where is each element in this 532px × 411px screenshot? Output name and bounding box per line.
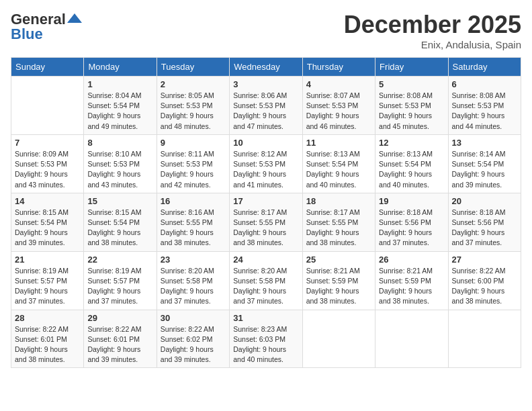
day-number: 22 — [87, 255, 152, 265]
logo-blue: Blue — [11, 26, 43, 43]
day-info: Sunrise: 8:14 AM Sunset: 5:54 PM Dayligh… — [452, 149, 517, 190]
day-info: Sunrise: 8:08 AM Sunset: 5:53 PM Dayligh… — [452, 91, 517, 132]
day-number: 6 — [452, 79, 517, 89]
month-title: December 2025 — [344, 11, 521, 39]
calendar-cell: 11Sunrise: 8:13 AM Sunset: 5:54 PM Dayli… — [302, 134, 375, 193]
day-info: Sunrise: 8:06 AM Sunset: 5:53 PM Dayligh… — [233, 91, 298, 132]
day-number: 29 — [87, 313, 152, 323]
weekday-header: Friday — [375, 58, 448, 77]
day-info: Sunrise: 8:19 AM Sunset: 5:57 PM Dayligh… — [87, 266, 152, 307]
calendar-week-row: 28Sunrise: 8:22 AM Sunset: 6:01 PM Dayli… — [11, 310, 521, 368]
calendar-cell: 21Sunrise: 8:19 AM Sunset: 5:57 PM Dayli… — [11, 251, 84, 310]
day-info: Sunrise: 8:23 AM Sunset: 6:03 PM Dayligh… — [233, 324, 298, 365]
day-number: 23 — [161, 255, 226, 265]
day-info: Sunrise: 8:18 AM Sunset: 5:56 PM Dayligh… — [452, 208, 517, 248]
calendar-cell: 3Sunrise: 8:06 AM Sunset: 5:53 PM Daylig… — [230, 77, 302, 135]
day-number: 4 — [306, 79, 371, 89]
calendar-week-row: 14Sunrise: 8:15 AM Sunset: 5:54 PM Dayli… — [11, 193, 521, 251]
day-number: 12 — [379, 138, 444, 148]
day-info: Sunrise: 8:05 AM Sunset: 5:53 PM Dayligh… — [161, 91, 226, 132]
day-number: 20 — [452, 196, 517, 206]
calendar-cell: 16Sunrise: 8:16 AM Sunset: 5:55 PM Dayli… — [157, 193, 229, 251]
calendar-cell: 18Sunrise: 8:17 AM Sunset: 5:55 PM Dayli… — [302, 193, 375, 251]
svg-marker-0 — [67, 13, 82, 23]
calendar-cell: 23Sunrise: 8:20 AM Sunset: 5:58 PM Dayli… — [157, 251, 229, 310]
weekday-header: Wednesday — [230, 58, 302, 77]
day-number: 14 — [15, 196, 80, 206]
day-info: Sunrise: 8:09 AM Sunset: 5:53 PM Dayligh… — [15, 149, 80, 190]
day-number: 24 — [233, 255, 298, 265]
weekday-header: Thursday — [302, 58, 375, 77]
calendar-cell: 29Sunrise: 8:22 AM Sunset: 6:01 PM Dayli… — [84, 310, 157, 368]
calendar-cell: 19Sunrise: 8:18 AM Sunset: 5:56 PM Dayli… — [375, 193, 448, 251]
day-info: Sunrise: 8:22 AM Sunset: 6:01 PM Dayligh… — [87, 324, 152, 365]
calendar-week-row: 1Sunrise: 8:04 AM Sunset: 5:54 PM Daylig… — [11, 77, 521, 135]
calendar-cell: 22Sunrise: 8:19 AM Sunset: 5:57 PM Dayli… — [84, 251, 157, 310]
day-info: Sunrise: 8:22 AM Sunset: 6:01 PM Dayligh… — [15, 324, 80, 365]
day-number: 30 — [161, 313, 226, 323]
day-info: Sunrise: 8:21 AM Sunset: 5:59 PM Dayligh… — [306, 266, 371, 307]
calendar-cell — [302, 310, 375, 368]
day-number: 11 — [306, 138, 371, 148]
calendar-cell: 2Sunrise: 8:05 AM Sunset: 5:53 PM Daylig… — [157, 77, 229, 135]
calendar-cell — [375, 310, 448, 368]
day-info: Sunrise: 8:10 AM Sunset: 5:53 PM Dayligh… — [87, 149, 152, 190]
calendar-cell: 6Sunrise: 8:08 AM Sunset: 5:53 PM Daylig… — [448, 77, 521, 135]
calendar-week-row: 21Sunrise: 8:19 AM Sunset: 5:57 PM Dayli… — [11, 251, 521, 310]
calendar-cell: 5Sunrise: 8:08 AM Sunset: 5:53 PM Daylig… — [375, 77, 448, 135]
calendar-cell: 10Sunrise: 8:12 AM Sunset: 5:53 PM Dayli… — [230, 134, 302, 193]
calendar-cell: 31Sunrise: 8:23 AM Sunset: 6:03 PM Dayli… — [230, 310, 302, 368]
day-number: 8 — [87, 138, 152, 148]
page-header: General Blue December 2025 Enix, Andalus… — [11, 11, 521, 50]
day-info: Sunrise: 8:07 AM Sunset: 5:53 PM Dayligh… — [306, 91, 371, 132]
calendar-cell — [448, 310, 521, 368]
day-info: Sunrise: 8:20 AM Sunset: 5:58 PM Dayligh… — [233, 266, 298, 307]
day-number: 19 — [379, 196, 444, 206]
day-number: 18 — [306, 196, 371, 206]
calendar-cell: 4Sunrise: 8:07 AM Sunset: 5:53 PM Daylig… — [302, 77, 375, 135]
day-number: 10 — [233, 138, 298, 148]
calendar-cell: 8Sunrise: 8:10 AM Sunset: 5:53 PM Daylig… — [84, 134, 157, 193]
calendar-cell: 7Sunrise: 8:09 AM Sunset: 5:53 PM Daylig… — [11, 134, 84, 193]
day-number: 2 — [161, 79, 226, 89]
calendar-cell: 12Sunrise: 8:13 AM Sunset: 5:54 PM Dayli… — [375, 134, 448, 193]
day-number: 21 — [15, 255, 80, 265]
day-number: 28 — [15, 313, 80, 323]
weekday-header: Tuesday — [157, 58, 229, 77]
day-number: 31 — [233, 313, 298, 323]
day-number: 17 — [233, 196, 298, 206]
day-info: Sunrise: 8:20 AM Sunset: 5:58 PM Dayligh… — [161, 266, 226, 307]
calendar-cell: 25Sunrise: 8:21 AM Sunset: 5:59 PM Dayli… — [302, 251, 375, 310]
weekday-header: Monday — [84, 58, 157, 77]
calendar-cell: 9Sunrise: 8:11 AM Sunset: 5:53 PM Daylig… — [157, 134, 229, 193]
day-number: 13 — [452, 138, 517, 148]
day-number: 26 — [379, 255, 444, 265]
calendar-cell: 24Sunrise: 8:20 AM Sunset: 5:58 PM Dayli… — [230, 251, 302, 310]
day-number: 1 — [87, 79, 152, 89]
logo-icon — [67, 13, 82, 23]
weekday-header: Sunday — [11, 58, 84, 77]
day-number: 7 — [15, 138, 80, 148]
calendar-cell: 28Sunrise: 8:22 AM Sunset: 6:01 PM Dayli… — [11, 310, 84, 368]
calendar-cell: 27Sunrise: 8:22 AM Sunset: 6:00 PM Dayli… — [448, 251, 521, 310]
day-info: Sunrise: 8:08 AM Sunset: 5:53 PM Dayligh… — [379, 91, 444, 132]
calendar-cell: 1Sunrise: 8:04 AM Sunset: 5:54 PM Daylig… — [84, 77, 157, 135]
calendar-table: SundayMondayTuesdayWednesdayThursdayFrid… — [11, 57, 521, 368]
day-number: 3 — [233, 79, 298, 89]
day-number: 16 — [161, 196, 226, 206]
calendar-cell: 30Sunrise: 8:22 AM Sunset: 6:02 PM Dayli… — [157, 310, 229, 368]
calendar-week-row: 7Sunrise: 8:09 AM Sunset: 5:53 PM Daylig… — [11, 134, 521, 193]
day-info: Sunrise: 8:19 AM Sunset: 5:57 PM Dayligh… — [15, 266, 80, 307]
location-subtitle: Enix, Andalusia, Spain — [344, 39, 521, 50]
day-info: Sunrise: 8:11 AM Sunset: 5:53 PM Dayligh… — [161, 149, 226, 190]
calendar-cell: 17Sunrise: 8:17 AM Sunset: 5:55 PM Dayli… — [230, 193, 302, 251]
weekday-header: Saturday — [448, 58, 521, 77]
day-number: 15 — [87, 196, 152, 206]
calendar-cell: 15Sunrise: 8:15 AM Sunset: 5:54 PM Dayli… — [84, 193, 157, 251]
day-info: Sunrise: 8:22 AM Sunset: 6:00 PM Dayligh… — [452, 266, 517, 307]
day-info: Sunrise: 8:22 AM Sunset: 6:02 PM Dayligh… — [161, 324, 226, 365]
day-number: 27 — [452, 255, 517, 265]
day-info: Sunrise: 8:15 AM Sunset: 5:54 PM Dayligh… — [87, 208, 152, 248]
title-block: December 2025 Enix, Andalusia, Spain — [344, 11, 521, 50]
calendar-cell: 14Sunrise: 8:15 AM Sunset: 5:54 PM Dayli… — [11, 193, 84, 251]
